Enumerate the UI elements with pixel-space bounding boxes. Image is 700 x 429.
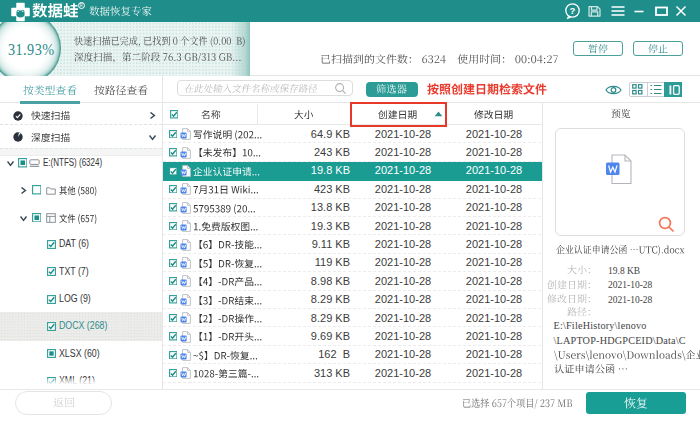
svg-text:?: ? [570, 5, 576, 16]
